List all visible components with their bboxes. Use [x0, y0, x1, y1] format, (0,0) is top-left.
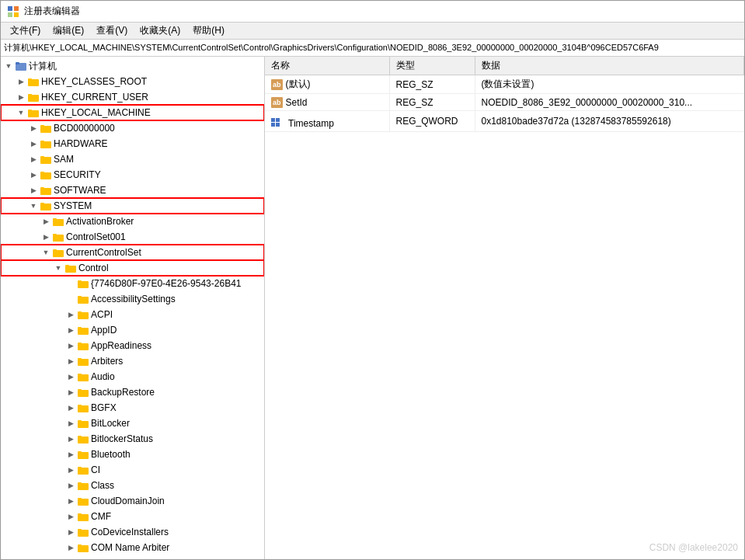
accessibilitysettings-toggle	[64, 293, 77, 305]
tree-item-software[interactable]: ▶ SOFTWARE	[1, 183, 264, 198]
content-area: ▼ 计算机 ▶ HKEY_CLASSES_ROOT ▶	[1, 57, 744, 559]
tree-item-appreadiness[interactable]: ▶ AppReadiness	[1, 338, 264, 353]
appid-toggle[interactable]: ▶	[64, 324, 77, 336]
label-guid1: {7746D80F-97E0-4E26-9543-26B41	[91, 278, 241, 289]
activationbroker-toggle[interactable]: ▶	[40, 215, 52, 228]
software-toggle[interactable]: ▶	[27, 184, 40, 197]
menu-help[interactable]: 帮助(H)	[186, 23, 231, 39]
tree-item-bitlocker[interactable]: ▶ BitLocker	[1, 416, 264, 431]
tree-item-hkcr[interactable]: ▶ HKEY_CLASSES_ROOT	[1, 74, 264, 89]
tree-item-bluetooth[interactable]: ▶ Bluetooth	[1, 447, 264, 462]
folder-icon-bitlocker	[77, 417, 89, 430]
appreadiness-toggle[interactable]: ▶	[64, 339, 77, 352]
label-accessibilitysettings: AccessibilitySettings	[91, 294, 176, 304]
tree-item-arbiters[interactable]: ▶ Arbiters	[1, 353, 264, 369]
folder-icon-security	[40, 169, 52, 181]
root-label: 计算机	[29, 60, 57, 73]
currentcontrolset-toggle[interactable]: ▼	[40, 246, 52, 259]
ci-toggle[interactable]: ▶	[64, 464, 77, 476]
security-toggle[interactable]: ▶	[27, 169, 40, 181]
folder-icon-accessibilitysettings	[77, 293, 89, 305]
menu-favorites[interactable]: 收藏夹(A)	[134, 23, 186, 39]
label-bluetooth: Bluetooth	[91, 449, 131, 460]
bgfx-toggle[interactable]: ▶	[64, 402, 77, 414]
tree-item-audio[interactable]: ▶ Audio	[1, 369, 264, 384]
tree-item-system[interactable]: ▼ SYSTEM	[1, 198, 264, 214]
label-backuprestore: BackupRestore	[91, 387, 155, 398]
root-toggle[interactable]: ▼	[2, 60, 15, 72]
tree-item-codeviceinstallers[interactable]: ▶ CoDeviceInstallers	[1, 524, 264, 540]
folder-icon-class	[77, 479, 89, 492]
audio-toggle[interactable]: ▶	[64, 370, 77, 383]
label-activationbroker: ActivationBroker	[66, 216, 134, 227]
control-toggle[interactable]: ▼	[52, 262, 64, 274]
tree-item-hkcu[interactable]: ▶ HKEY_CURRENT_USER	[1, 89, 264, 105]
svg-rect-3	[14, 12, 19, 17]
tree-item-activationbroker[interactable]: ▶ ActivationBroker	[1, 214, 264, 229]
folder-icon-appreadiness	[77, 339, 89, 352]
detail-pane: 名称 类型 数据 ab (默认) REG_SZ	[265, 57, 744, 559]
table-row[interactable]: ab (默认) REG_SZ (数值未设置)	[265, 75, 744, 94]
class-toggle[interactable]: ▶	[64, 479, 77, 492]
tree-item-sam[interactable]: ▶ SAM	[1, 151, 264, 167]
acpi-toggle[interactable]: ▶	[64, 308, 77, 321]
svg-rect-45	[78, 374, 82, 376]
tree-item-accessibilitysettings[interactable]: AccessibilitySettings	[1, 291, 264, 307]
guid1-toggle	[64, 277, 77, 290]
tree-item-currentcontrolset[interactable]: ▼ CurrentControlSet	[1, 245, 264, 260]
tree-item-comnamearbiter[interactable]: ▶ COM Name Arbiter	[1, 540, 264, 555]
tree-item-clouddomainjoin[interactable]: ▶ CloudDomainJoin	[1, 493, 264, 509]
svg-rect-41	[78, 343, 82, 345]
hkcu-toggle[interactable]: ▶	[15, 91, 27, 103]
tree-item-controlset001[interactable]: ▶ ControlSet001	[1, 229, 264, 245]
bcd-toggle[interactable]: ▶	[27, 122, 40, 134]
tree-root[interactable]: ▼ 计算机	[1, 58, 264, 74]
svg-rect-17	[40, 156, 44, 158]
tree-item-security[interactable]: ▶ SECURITY	[1, 167, 264, 183]
backuprestore-toggle[interactable]: ▶	[64, 386, 77, 398]
label-hardware: HARDWARE	[54, 138, 108, 149]
svg-rect-61	[78, 498, 82, 500]
tree-item-guid1[interactable]: {7746D80F-97E0-4E26-9543-26B41	[1, 276, 264, 291]
tree-item-bcd[interactable]: ▶ BCD00000000	[1, 120, 264, 136]
label-clouddomainjoin: CloudDomainJoin	[91, 496, 165, 506]
folder-icon-hkcu	[27, 91, 40, 103]
sam-toggle[interactable]: ▶	[27, 153, 40, 165]
bitlockerstatus-toggle[interactable]: ▶	[64, 433, 77, 445]
controlset001-toggle[interactable]: ▶	[40, 231, 52, 243]
tree-item-ci[interactable]: ▶ CI	[1, 462, 264, 478]
hkcr-toggle[interactable]: ▶	[15, 75, 27, 88]
menu-view[interactable]: 查看(V)	[90, 23, 134, 39]
hardware-toggle[interactable]: ▶	[27, 137, 40, 150]
tree-item-bgfx[interactable]: ▶ BGFX	[1, 400, 264, 416]
label-hkcr: HKEY_CLASSES_ROOT	[41, 76, 147, 87]
tree-item-cmf[interactable]: ▶ CMF	[1, 509, 264, 524]
tree-item-hardware[interactable]: ▶ HARDWARE	[1, 136, 264, 151]
tree-item-class[interactable]: ▶ Class	[1, 478, 264, 493]
address-bar: 计算机\HKEY_LOCAL_MACHINE\SYSTEM\CurrentCon…	[1, 40, 744, 57]
svg-rect-65	[78, 529, 82, 531]
svg-rect-49	[78, 405, 82, 407]
bitlocker-toggle[interactable]: ▶	[64, 417, 77, 430]
codeviceinstallers-toggle[interactable]: ▶	[64, 526, 77, 538]
table-row[interactable]: Timestamp REG_QWORD 0x1d810bade37d72a (1…	[265, 111, 744, 132]
tree-item-bitlockerstatus[interactable]: ▶ BitlockerStatus	[1, 431, 264, 447]
tree-item-hklm[interactable]: ▼ HKEY_LOCAL_MACHINE	[1, 105, 264, 120]
menu-file[interactable]: 文件(F)	[4, 23, 47, 39]
menu-edit[interactable]: 编辑(E)	[47, 23, 90, 39]
table-row[interactable]: ab SetId REG_SZ NOEDID_8086_3E92_0000000…	[265, 94, 744, 111]
cmf-toggle[interactable]: ▶	[64, 510, 77, 523]
tree-item-backuprestore[interactable]: ▶ BackupRestore	[1, 384, 264, 400]
col-data: 数据	[475, 57, 744, 75]
tree-item-acpi[interactable]: ▶ ACPI	[1, 307, 264, 322]
root-folder-icon	[15, 60, 27, 72]
system-toggle[interactable]: ▼	[27, 200, 40, 212]
tree-item-appid[interactable]: ▶ AppID	[1, 322, 264, 338]
tree-item-control[interactable]: ▼ Control	[1, 260, 264, 276]
bluetooth-toggle[interactable]: ▶	[64, 448, 77, 461]
comnamearbiter-toggle[interactable]: ▶	[64, 541, 77, 554]
clouddomainjoin-toggle[interactable]: ▶	[64, 495, 77, 507]
folder-icon-bluetooth	[77, 448, 89, 461]
hklm-toggle[interactable]: ▼	[15, 106, 27, 119]
arbiters-toggle[interactable]: ▶	[64, 355, 77, 367]
